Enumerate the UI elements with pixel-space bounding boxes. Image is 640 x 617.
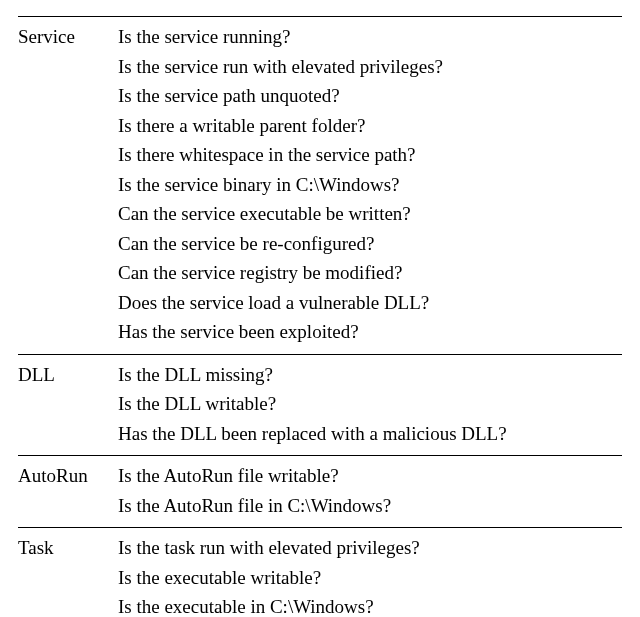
questions-cell: Is the task run with elevated privileges… — [118, 528, 622, 618]
category-cell: Service — [18, 17, 118, 355]
table-row: Task Is the task run with elevated privi… — [18, 528, 622, 618]
question: Is the service running? — [118, 23, 614, 53]
questions-cell: Is the AutoRun file writable? Is the Aut… — [118, 456, 622, 528]
category-cell: Task — [18, 528, 118, 618]
table-row: AutoRun Is the AutoRun file writable? Is… — [18, 456, 622, 528]
questions-cell: Is the service running? Is the service r… — [118, 17, 622, 355]
table-row: DLL Is the DLL missing? Is the DLL writa… — [18, 354, 622, 456]
question: Is there a writable parent folder? — [118, 112, 614, 142]
question: Can the service executable be written? — [118, 200, 614, 230]
category-cell: DLL — [18, 354, 118, 456]
questions-cell: Is the DLL missing? Is the DLL writable?… — [118, 354, 622, 456]
question: Is the executable in C:\Windows? — [118, 593, 614, 617]
question: Is the executable writable? — [118, 564, 614, 594]
table-row: Service Is the service running? Is the s… — [18, 17, 622, 355]
question: Has the service been exploited? — [118, 318, 614, 348]
checklist-table: Service Is the service running? Is the s… — [18, 16, 622, 617]
question: Can the service registry be modified? — [118, 259, 614, 289]
category-cell: AutoRun — [18, 456, 118, 528]
question: Is the AutoRun file writable? — [118, 462, 614, 492]
question: Is the DLL writable? — [118, 390, 614, 420]
question: Is the service path unquoted? — [118, 82, 614, 112]
question: Does the service load a vulnerable DLL? — [118, 289, 614, 319]
question: Is there whitespace in the service path? — [118, 141, 614, 171]
question: Is the service run with elevated privile… — [118, 53, 614, 83]
question: Is the DLL missing? — [118, 361, 614, 391]
question: Can the service be re-configured? — [118, 230, 614, 260]
question: Is the AutoRun file in C:\Windows? — [118, 492, 614, 522]
question: Is the service binary in C:\Windows? — [118, 171, 614, 201]
question: Is the task run with elevated privileges… — [118, 534, 614, 564]
question: Has the DLL been replaced with a malicio… — [118, 420, 614, 450]
